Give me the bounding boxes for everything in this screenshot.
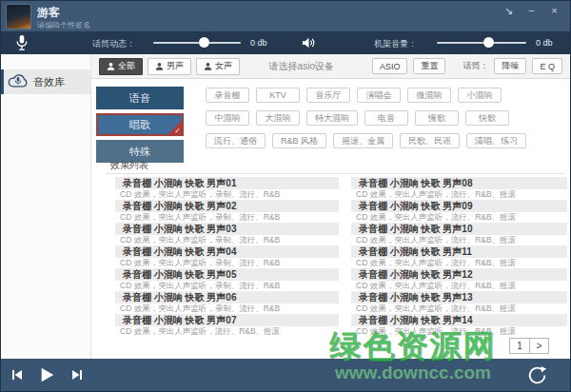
tag-button[interactable]: 清唱、练习: [466, 133, 526, 148]
effect-item[interactable]: 录音棚 小混响 快歌 男声13CD 效果，突出人声监听，流行、R&B、摇滚: [351, 291, 567, 314]
play-icon[interactable]: [39, 367, 54, 382]
microphone-icon[interactable]: [15, 34, 29, 55]
tag-row: 流行、通俗R&B 风格摇滚、金属民歌、民谣清唱、练习: [206, 133, 526, 148]
user-name: 游客: [37, 5, 60, 21]
eq-button[interactable]: E Q: [532, 58, 562, 74]
effect-item-title: 录音棚 小混响 快歌 男声07: [115, 314, 339, 326]
mic-dynamics-slider[interactable]: [153, 42, 241, 44]
effect-item[interactable]: 录音棚 小混响 快歌 男声12CD 效果，突出人声监听，流行、R&B、摇滚: [351, 268, 567, 291]
effect-item-desc: CD 效果，突出人声监听，流行、R&B、摇滚: [351, 235, 567, 245]
denoise-button[interactable]: 降噪: [494, 58, 526, 74]
effect-item-desc: CD 效果，突出人声监听，流行、R&B、摇滚: [351, 304, 567, 314]
effect-item[interactable]: 录音棚 小混响 快歌 男声05CD 效果，突出人声监听，录制、流行、R&B: [115, 268, 339, 291]
avatar[interactable]: [6, 4, 31, 29]
previous-track-icon[interactable]: [11, 369, 23, 381]
effect-item-desc: CD 效果，突出人声监听，录制、流行、R&B: [115, 258, 339, 268]
rack-volume-slider[interactable]: [437, 42, 526, 44]
effect-item-title: 录音棚 小混响 快歌 男声10: [351, 223, 567, 235]
tag-button[interactable]: 大混响: [256, 110, 300, 126]
effect-item-desc: CD 效果，突出人声监听，流行、R&B、摇滚: [351, 212, 567, 223]
tag-button[interactable]: 特大混响: [306, 110, 358, 126]
tag-button[interactable]: 录音棚: [206, 88, 249, 103]
player-bar: [1, 359, 570, 391]
tab-all[interactable]: 全部: [99, 58, 143, 75]
tab-female[interactable]: 女声: [196, 58, 240, 75]
minimize-to-tray-icon[interactable]: ↘: [502, 5, 515, 16]
page-number-button[interactable]: 1: [509, 338, 530, 354]
effects-list: 录音棚 小混响 快歌 男声01CD 效果，突出人声监听，录制、流行、R&B录音棚…: [115, 177, 567, 337]
tag-button[interactable]: 微混响: [407, 88, 451, 103]
sidebar-item-label: 音效库: [33, 75, 65, 89]
effect-item-title: 录音棚 小混响 快歌 男声05: [115, 268, 339, 281]
effect-item-title: 录音棚 小混响 快歌 男声11: [351, 245, 567, 258]
tag-button[interactable]: 民歌、民谣: [400, 133, 460, 148]
effect-item-desc: CD 效果，突出人声监听，录制、流行、R&B: [115, 189, 339, 200]
effect-item[interactable]: 录音棚 小混响 快歌 男声07CD 效果，突出人声监听，流行、R&B、摇滚: [115, 314, 339, 337]
effect-item-title: 录音棚 小混响 快歌 男声02: [115, 200, 339, 212]
tag-button[interactable]: 快歌: [465, 110, 509, 126]
asio-device-hint: 请选择asio设备: [269, 60, 334, 73]
effects-list-header: 效果列表: [110, 159, 148, 172]
tab-label: 男声: [167, 60, 184, 72]
effect-item-title: 录音棚 小混响 快歌 男声04: [115, 245, 339, 258]
effect-item-title: 录音棚 小混响 快歌 男声03: [115, 223, 339, 235]
effect-item[interactable]: 录音棚 小混响 快歌 男声09CD 效果，突出人声监听，流行、R&B、摇滚: [351, 200, 567, 223]
effect-item[interactable]: 录音棚 小混响 快歌 男声08CD 效果，突出人声监听，流行、R&B、摇滚: [351, 177, 567, 200]
close-icon[interactable]: ×: [548, 5, 561, 16]
tag-button[interactable]: 慢歌: [415, 110, 459, 126]
next-track-icon[interactable]: [71, 369, 83, 381]
effect-item-desc: CD 效果，突出人声监听，录制、流行、R&B: [115, 281, 339, 291]
tab-male[interactable]: 男声: [148, 58, 191, 75]
check-icon: ✓: [174, 127, 181, 135]
rack-slider-thumb[interactable]: [483, 37, 494, 48]
minimize-icon[interactable]: −: [525, 5, 538, 16]
person-icon: [107, 62, 115, 70]
tag-button[interactable]: 摇滚、金属: [333, 133, 393, 148]
category-sing[interactable]: 唱歌✓: [96, 113, 184, 136]
window-controls: ↘ − ×: [502, 5, 561, 16]
mic-dynamics-label: 话筒动态：: [92, 38, 135, 50]
category-label: 特殊: [129, 145, 150, 159]
signature-hint[interactable]: 请编辑个性签名: [37, 20, 90, 30]
speaker-icon[interactable]: [302, 36, 316, 53]
effect-item-desc: CD 效果，突出人声监听，流行、R&B、摇滚: [351, 281, 567, 291]
effect-item[interactable]: 录音棚 小混响 快歌 男声06CD 效果，突出人声监听，录制、流行、R&B: [115, 291, 339, 314]
person-icon: [204, 62, 212, 70]
effect-item[interactable]: 录音棚 小混响 快歌 男声14CD 效果，突出人声监听，流行、R&B、摇滚: [351, 314, 567, 337]
history-refresh-icon[interactable]: [525, 363, 549, 387]
asio-button[interactable]: ASIO: [372, 58, 408, 74]
effect-item[interactable]: 录音棚 小混响 快歌 男声04CD 效果，突出人声监听，录制、流行、R&B: [115, 245, 339, 268]
tag-button[interactable]: R&B 风格: [272, 133, 326, 148]
effect-item[interactable]: 录音棚 小混响 快歌 男声10CD 效果，突出人声监听，流行、R&B、摇滚: [351, 223, 567, 245]
pagination: 1 >: [509, 338, 549, 354]
effect-item-desc: CD 效果，突出人声监听，录制、流行、R&B: [115, 235, 339, 245]
effect-item[interactable]: 录音棚 小混响 快歌 男声01CD 效果，突出人声监听，录制、流行、R&B: [115, 177, 339, 200]
tag-button[interactable]: 电音: [364, 110, 408, 126]
category-voice[interactable]: 语音: [96, 87, 184, 109]
cloud-mic-icon: [8, 72, 29, 92]
next-page-button[interactable]: >: [530, 338, 549, 354]
title-bar: 游客 请编辑个性签名 ↘ − ×: [1, 1, 570, 31]
sidebar-item-sound-library[interactable]: 音效库: [1, 69, 90, 94]
tag-button[interactable]: 中混响: [206, 110, 249, 126]
effect-item[interactable]: 录音棚 小混响 快歌 男声11CD 效果，突出人声监听，流行、R&B、摇滚: [351, 245, 567, 268]
tag-button[interactable]: KTV: [256, 88, 300, 103]
tag-button[interactable]: 演唱会: [357, 88, 401, 103]
tag-row: 中混响大混响特大混响电音慢歌快歌: [206, 110, 526, 126]
effects-column-right: 录音棚 小混响 快歌 男声08CD 效果，突出人声监听，流行、R&B、摇滚录音棚…: [351, 177, 567, 337]
tag-button[interactable]: 流行、通俗: [206, 133, 266, 148]
rack-volume-label: 机架音量：: [374, 38, 417, 50]
voice-tabs: 全部男声女声: [94, 58, 240, 75]
effects-column-left: 录音棚 小混响 快歌 男声01CD 效果，突出人声监听，录制、流行、R&B录音棚…: [115, 177, 339, 337]
mic-slider-thumb[interactable]: [199, 37, 209, 48]
tag-button[interactable]: 小混响: [458, 88, 502, 103]
tab-label: 全部: [118, 60, 135, 72]
category-label: 唱歌: [129, 118, 150, 132]
effect-item[interactable]: 录音棚 小混响 快歌 男声02CD 效果，突出人声监听，录制、流行、R&B: [115, 200, 339, 223]
effect-item[interactable]: 录音棚 小混响 快歌 男声03CD 效果，突出人声监听，录制、流行、R&B: [115, 223, 339, 245]
tag-button[interactable]: 音乐厅: [306, 88, 350, 103]
reset-button[interactable]: 重置: [413, 58, 445, 74]
effect-item-desc: CD 效果，突出人声监听，流行、R&B、摇滚: [351, 326, 567, 337]
mic-dynamics-value: 0 db: [250, 38, 267, 48]
filter-bar: 全部男声女声 请选择asio设备 ASIO 重置 话筒： 降噪 E Q: [91, 54, 571, 79]
